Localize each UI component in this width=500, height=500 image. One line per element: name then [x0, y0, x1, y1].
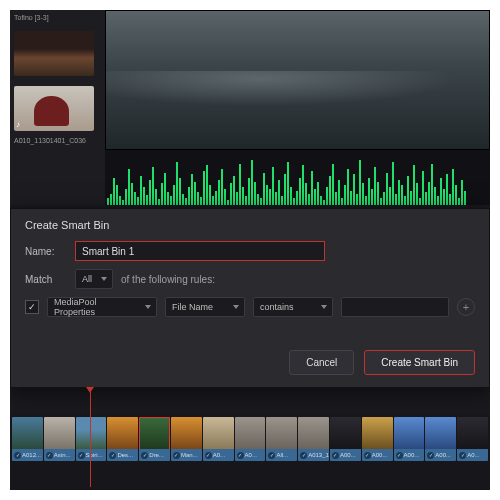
clip-thumbnail	[107, 417, 138, 449]
timeline-area: ✓A012...✓Asin...✓Spiri...✓Des...✓Dre...✓…	[10, 415, 490, 490]
clip-label: ✓All...	[266, 449, 297, 461]
name-label: Name:	[25, 246, 67, 257]
filmstrip[interactable]: ✓A012...✓Asin...✓Spiri...✓Des...✓Dre...✓…	[10, 415, 490, 463]
clip-label: ✓A013_120...	[298, 449, 329, 461]
clip-thumbnail	[457, 417, 488, 449]
media-thumb[interactable]	[14, 31, 94, 76]
clip-thumbnail	[203, 417, 234, 449]
timeline-clip[interactable]: ✓A0...	[235, 417, 266, 461]
clip-status-icon: ✓	[459, 452, 466, 459]
match-suffix: of the following rules:	[121, 274, 215, 285]
timeline-clip[interactable]: ✓Man...	[171, 417, 202, 461]
timeline-clip[interactable]: ✓A0...	[203, 417, 234, 461]
clip-thumbnail	[394, 417, 425, 449]
clip-label: ✓A0...	[203, 449, 234, 461]
rule-row: ✓ MediaPool Properties File Name contain…	[25, 297, 475, 317]
clip-label: ✓Man...	[171, 449, 202, 461]
clip-status-icon: ✓	[427, 452, 434, 459]
clip-status-icon: ✓	[14, 452, 21, 459]
clip-thumbnail	[12, 417, 43, 449]
clip-label: ✓A0...	[457, 449, 488, 461]
rule-value-input[interactable]	[341, 297, 449, 317]
clip-status-icon: ✓	[396, 452, 403, 459]
clip-label: ✓A00...	[425, 449, 456, 461]
timeline-clip[interactable]: ✓All...	[266, 417, 297, 461]
clip-label: ✓Dre...	[139, 449, 170, 461]
rule-condition-select[interactable]: contains	[253, 297, 333, 317]
media-thumbs-panel: Tofino [3-3] ♪ A010_11301401_C036	[10, 10, 105, 205]
timeline-clip[interactable]: ✓A013_120...	[298, 417, 329, 461]
clip-thumbnail	[139, 417, 170, 449]
create-button[interactable]: Create Smart Bin	[364, 350, 475, 375]
clip-thumbnail	[298, 417, 329, 449]
clip-status-icon: ✓	[268, 452, 275, 459]
clip-thumbnail	[44, 417, 75, 449]
clip-label: ✓Asin...	[44, 449, 75, 461]
clip-status-icon: ✓	[300, 452, 307, 459]
clip-label: ✓A00...	[330, 449, 361, 461]
clip-label: ✓Des...	[107, 449, 138, 461]
dialog-title: Create Smart Bin	[25, 219, 475, 231]
timeline-clip[interactable]: ✓Asin...	[44, 417, 75, 461]
clip-thumbnail	[266, 417, 297, 449]
name-input[interactable]	[75, 241, 325, 261]
viewer-panel	[105, 10, 490, 205]
timeline-clip[interactable]: ✓A00...	[425, 417, 456, 461]
media-thumb[interactable]: ♪	[14, 86, 94, 131]
clip-thumbnail	[171, 417, 202, 449]
viewer-frame[interactable]	[105, 10, 490, 150]
clip-status-icon: ✓	[109, 452, 116, 459]
timeline-clip[interactable]: ✓Des...	[107, 417, 138, 461]
clip-label: ✓A00...	[394, 449, 425, 461]
clip-label: ✓A0...	[235, 449, 266, 461]
rule-field1-select[interactable]: MediaPool Properties	[47, 297, 157, 317]
clip-thumbnail	[425, 417, 456, 449]
match-prefix: Match	[25, 274, 67, 285]
clip-status-icon: ✓	[46, 452, 53, 459]
timeline-clip[interactable]: ✓Dre...	[139, 417, 170, 461]
clip-status-icon: ✓	[141, 452, 148, 459]
create-smart-bin-dialog: Create Smart Bin Name: Match All of the …	[10, 208, 490, 388]
thumb-caption: Tofino [3-3]	[14, 14, 101, 21]
cancel-button[interactable]: Cancel	[289, 350, 354, 375]
add-rule-button[interactable]: +	[457, 298, 475, 316]
clip-thumbnail	[330, 417, 361, 449]
timeline-playhead[interactable]	[90, 392, 91, 487]
match-row: Match All of the following rules:	[25, 269, 475, 289]
clip-thumbnail	[235, 417, 266, 449]
clip-status-icon: ✓	[78, 452, 85, 459]
rule-checkbox[interactable]: ✓	[25, 300, 39, 314]
clip-status-icon: ✓	[237, 452, 244, 459]
timeline-clip[interactable]: ✓A00...	[362, 417, 393, 461]
timeline-clip[interactable]: ✓A0...	[457, 417, 488, 461]
audio-icon: ♪	[16, 120, 20, 129]
match-mode-select[interactable]: All	[75, 269, 113, 289]
clip-status-icon: ✓	[173, 452, 180, 459]
audio-waveform[interactable]	[105, 150, 490, 205]
dialog-footer: Cancel Create Smart Bin	[289, 350, 475, 375]
timeline-clip[interactable]: ✓A00...	[394, 417, 425, 461]
thumb-caption: A010_11301401_C036	[14, 137, 101, 144]
rule-field2-select[interactable]: File Name	[165, 297, 245, 317]
clip-status-icon: ✓	[364, 452, 371, 459]
top-area: Tofino [3-3] ♪ A010_11301401_C036	[10, 10, 490, 205]
app-window: Tofino [3-3] ♪ A010_11301401_C036 Create…	[10, 10, 490, 490]
timeline-clip[interactable]: ✓A012...	[12, 417, 43, 461]
timeline-clip[interactable]: ✓A00...	[330, 417, 361, 461]
clip-label: ✓A012...	[12, 449, 43, 461]
clip-status-icon: ✓	[332, 452, 339, 459]
clip-label: ✓A00...	[362, 449, 393, 461]
clip-thumbnail	[362, 417, 393, 449]
clip-status-icon: ✓	[205, 452, 212, 459]
name-row: Name:	[25, 241, 475, 261]
